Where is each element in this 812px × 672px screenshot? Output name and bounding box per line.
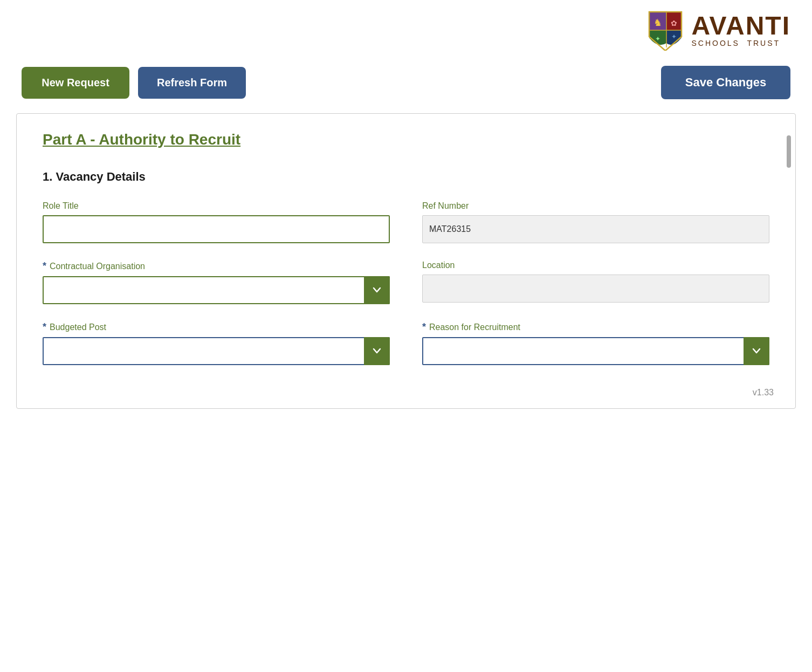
form-grid: Role Title Ref Number * Contractual Orga… [43,201,769,382]
role-title-label: Role Title [43,201,390,211]
new-request-button[interactable]: New Request [22,67,129,99]
contractual-org-select-wrapper [43,276,390,304]
reason-recruitment-group: * Reason for Recruitment [422,321,769,365]
refresh-form-button[interactable]: Refresh Form [138,67,246,99]
logo-shield: ♞ ✿ ✦ ✦ [647,10,684,51]
reason-recruitment-dropdown-btn[interactable] [744,337,769,365]
reason-recruitment-select-wrapper [422,337,769,365]
location-group: Location [422,260,769,304]
contractual-org-required-star: * [43,260,46,272]
section1-title: 1. Vacancy Details [43,170,769,184]
reason-recruitment-select[interactable] [422,337,769,365]
contractual-org-dropdown-btn[interactable] [364,276,390,304]
svg-text:♞: ♞ [653,17,662,28]
reason-recruitment-chevron-icon [752,346,761,357]
form-title: Part A - Authority to Recruit [43,131,769,148]
role-title-input[interactable] [43,215,390,243]
budgeted-post-group: * Budgeted Post [43,321,390,365]
logo-container: ♞ ✿ ✦ ✦ AVANTI SCHOOLS TRUST [647,10,790,51]
contractual-org-select[interactable] [43,276,390,304]
svg-text:✿: ✿ [671,19,677,28]
scrollbar[interactable] [787,135,791,168]
location-input [422,275,769,303]
budgeted-post-label: Budgeted Post [50,323,106,332]
svg-text:✦: ✦ [655,35,660,43]
budgeted-post-select-wrapper [43,337,390,365]
budgeted-post-select[interactable] [43,337,390,365]
ref-number-group: Ref Number [422,201,769,243]
contractual-org-chevron-icon [372,285,382,296]
logo-text: AVANTI SCHOOLS TRUST [691,13,790,48]
svg-text:✦: ✦ [671,33,677,40]
contractual-org-label-wrapper: * Contractual Organisation [43,260,390,272]
contractual-org-label: Contractual Organisation [50,262,145,271]
budgeted-post-label-wrapper: * Budgeted Post [43,321,390,333]
form-container: Part A - Authority to Recruit 1. Vacancy… [16,113,796,409]
header: ♞ ✿ ✦ ✦ AVANTI SCHOOLS TRUST [0,0,812,60]
budgeted-post-required-star: * [43,321,46,333]
contractual-org-group: * Contractual Organisation [43,260,390,304]
reason-recruitment-required-star: * [422,321,426,333]
budgeted-post-dropdown-btn[interactable] [364,337,390,365]
budgeted-post-chevron-icon [372,346,382,357]
ref-number-label: Ref Number [422,201,769,211]
version-text: v1.33 [753,388,774,397]
reason-recruitment-label: Reason for Recruitment [429,323,520,332]
logo-avanti-text: AVANTI [691,13,790,39]
save-changes-button[interactable]: Save Changes [661,66,790,99]
toolbar: New Request Refresh Form Save Changes [0,60,812,105]
role-title-group: Role Title [43,201,390,243]
reason-recruitment-label-wrapper: * Reason for Recruitment [422,321,769,333]
location-label: Location [422,260,769,270]
ref-number-input [422,215,769,243]
logo-subtitle-text: SCHOOLS TRUST [691,39,780,48]
